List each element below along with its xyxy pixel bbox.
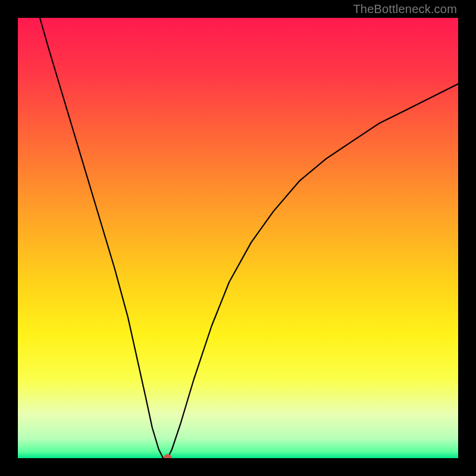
curve-layer [18, 18, 458, 458]
bottleneck-curve-path [40, 18, 458, 458]
watermark-text: TheBottleneck.com [353, 2, 457, 16]
optimal-point-marker [164, 454, 172, 458]
chart-frame: TheBottleneck.com [0, 0, 476, 476]
plot-area [18, 18, 458, 458]
